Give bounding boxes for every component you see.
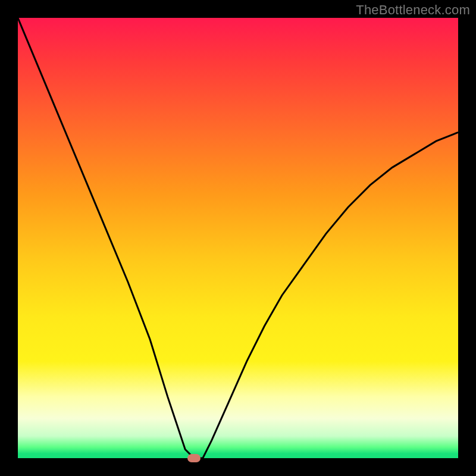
optimum-marker — [187, 454, 201, 462]
chart-frame: TheBottleneck.com — [0, 0, 476, 476]
curve-svg — [18, 18, 458, 458]
watermark-text: TheBottleneck.com — [356, 2, 470, 18]
plot-area — [18, 18, 458, 458]
bottleneck-curve — [18, 18, 458, 458]
